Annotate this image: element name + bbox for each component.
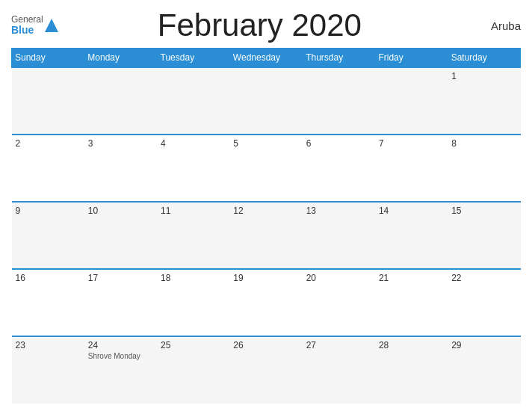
logo-triangle-icon (45, 19, 58, 32)
calendar-day-cell: 18 (157, 269, 229, 336)
calendar-week-row: 9101112131415 (12, 202, 521, 269)
day-number: 2 (16, 138, 81, 149)
calendar-day-cell: 19 (229, 269, 302, 336)
calendar-day-cell (157, 67, 229, 135)
calendar-day-cell (303, 67, 375, 135)
calendar-week-row: 2324Shrove Monday2526272829 (12, 336, 521, 404)
event-label: Shrove Monday (88, 352, 153, 360)
calendar-day-cell: 8 (448, 135, 520, 202)
calendar-day-cell: 1 (448, 67, 520, 135)
calendar-wrapper: General Blue February 2020 Aruba Sunday … (0, 0, 532, 411)
calendar-day-cell: 16 (12, 269, 84, 336)
day-number: 11 (161, 206, 226, 216)
header-friday: Friday (375, 49, 448, 68)
day-number: 10 (88, 206, 153, 216)
header-sunday: Sunday (12, 49, 84, 68)
calendar-day-cell: 3 (84, 135, 157, 202)
day-number: 3 (88, 138, 153, 149)
day-number: 16 (16, 273, 81, 283)
day-number: 9 (16, 206, 81, 216)
calendar-day-cell: 26 (229, 336, 302, 404)
calendar-day-cell: 6 (303, 135, 375, 202)
calendar-day-cell (84, 67, 157, 135)
calendar-day-cell: 25 (157, 336, 229, 404)
calendar-week-row: 2345678 (12, 135, 521, 202)
day-number: 28 (379, 340, 444, 350)
svg-marker-0 (45, 19, 58, 32)
logo: General Blue (11, 15, 58, 37)
calendar-day-cell (375, 67, 448, 135)
day-number: 20 (306, 273, 371, 283)
calendar-table: Sunday Monday Tuesday Wednesday Thursday… (11, 48, 521, 404)
day-number: 21 (379, 273, 444, 283)
calendar-day-cell: 13 (303, 202, 375, 269)
calendar-day-cell: 22 (448, 269, 520, 336)
day-number: 23 (16, 340, 81, 350)
day-number: 15 (451, 206, 516, 216)
calendar-day-cell: 4 (157, 135, 229, 202)
calendar-day-cell: 24Shrove Monday (84, 336, 157, 404)
logo-general: General (11, 15, 43, 25)
calendar-day-cell: 17 (84, 269, 157, 336)
calendar-day-cell: 9 (12, 202, 84, 269)
day-number: 6 (306, 138, 371, 149)
day-number: 24 (88, 340, 153, 350)
calendar-day-cell (12, 67, 84, 135)
calendar-day-cell: 15 (448, 202, 520, 269)
calendar-week-row: 16171819202122 (12, 269, 521, 336)
day-number: 14 (379, 206, 444, 216)
calendar-day-cell (229, 67, 302, 135)
day-number: 29 (451, 340, 516, 350)
calendar-day-cell: 20 (303, 269, 375, 336)
calendar-day-cell: 12 (229, 202, 302, 269)
calendar-day-cell: 7 (375, 135, 448, 202)
calendar-day-cell: 21 (375, 269, 448, 336)
header-monday: Monday (84, 49, 157, 68)
header-wednesday: Wednesday (229, 49, 302, 68)
calendar-day-cell: 27 (303, 336, 375, 404)
header-thursday: Thursday (303, 49, 375, 68)
logo-blue: Blue (11, 25, 43, 36)
day-number: 5 (233, 138, 298, 149)
header-saturday: Saturday (448, 49, 520, 68)
day-number: 19 (233, 273, 298, 283)
calendar-day-cell: 11 (157, 202, 229, 269)
calendar-day-cell: 23 (12, 336, 84, 404)
day-number: 8 (451, 138, 516, 149)
calendar-header: General Blue February 2020 Aruba (11, 7, 521, 43)
weekday-header-row: Sunday Monday Tuesday Wednesday Thursday… (12, 49, 521, 68)
calendar-week-row: 1 (12, 67, 521, 135)
day-number: 12 (233, 206, 298, 216)
calendar-day-cell: 2 (12, 135, 84, 202)
day-number: 1 (451, 71, 516, 81)
day-number: 18 (161, 273, 226, 283)
calendar-day-cell: 28 (375, 336, 448, 404)
day-number: 17 (88, 273, 153, 283)
day-number: 7 (379, 138, 444, 149)
day-number: 27 (306, 340, 371, 350)
calendar-day-cell: 29 (448, 336, 520, 404)
header-tuesday: Tuesday (157, 49, 229, 68)
day-number: 22 (451, 273, 516, 283)
calendar-title: February 2020 (58, 7, 461, 43)
calendar-day-cell: 14 (375, 202, 448, 269)
calendar-country: Aruba (461, 19, 521, 32)
day-number: 25 (161, 340, 226, 350)
calendar-day-cell: 10 (84, 202, 157, 269)
day-number: 13 (306, 206, 371, 216)
day-number: 4 (161, 138, 226, 149)
day-number: 26 (233, 340, 298, 350)
calendar-day-cell: 5 (229, 135, 302, 202)
